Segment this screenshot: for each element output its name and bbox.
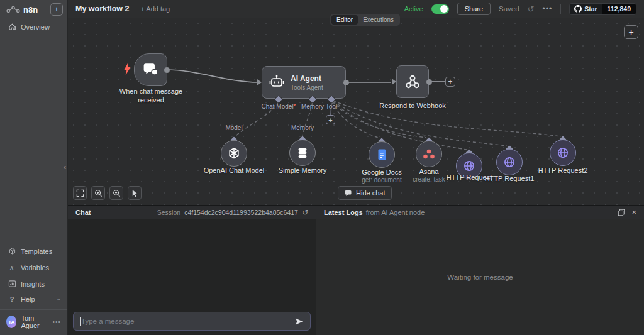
node-asana[interactable] xyxy=(416,141,442,167)
workflow-canvas[interactable]: When chat message received AI Agent Tool… xyxy=(68,18,644,205)
history-icon[interactable]: ↺ xyxy=(528,4,535,14)
sidebar-item-label: Insights xyxy=(21,280,45,288)
tidy-up-button[interactable] xyxy=(128,186,142,200)
github-icon xyxy=(574,5,582,13)
text-caret xyxy=(80,317,80,326)
saved-status: Saved xyxy=(499,5,519,13)
node-respond-to-webhook[interactable] xyxy=(396,65,429,98)
edge-label-model: Model xyxy=(215,124,253,131)
node-http-request1[interactable] xyxy=(496,149,523,175)
node-simple-memory[interactable] xyxy=(289,140,316,166)
active-toggle[interactable] xyxy=(431,4,449,14)
port-label-tool: Tool xyxy=(319,103,344,110)
top-bar-right: Active Share Saved ↺ ••• Star 112,849 xyxy=(404,3,636,15)
new-workflow-button[interactable]: + xyxy=(50,3,63,16)
session-id: c4f154dc2c904d11993522b4a85c6417 xyxy=(184,209,298,216)
refresh-session-icon[interactable]: ↺ xyxy=(302,208,308,217)
zoom-in-icon xyxy=(94,189,103,197)
share-button[interactable]: Share xyxy=(457,3,491,15)
star-label: Star xyxy=(584,5,597,13)
chat-pane: Chat Session c4f154dc2c904d11993522b4a85… xyxy=(68,206,316,335)
chat-bubble-icon xyxy=(345,190,352,197)
user-menu-dots-icon[interactable]: ••• xyxy=(52,319,61,326)
chat-trigger-icon xyxy=(143,62,159,77)
output-port[interactable] xyxy=(164,67,170,73)
node-google-docs[interactable] xyxy=(369,141,395,168)
tab-editor[interactable]: Editor xyxy=(331,15,358,25)
openai-icon xyxy=(227,146,241,160)
node-when-chat-message-received[interactable] xyxy=(134,53,167,86)
hide-chat-label: Hide chat xyxy=(356,189,385,197)
star-count: 112,849 xyxy=(602,4,636,14)
send-icon[interactable] xyxy=(294,317,304,326)
chat-header: Chat Session c4f154dc2c904d11993522b4a85… xyxy=(68,206,316,219)
logs-pane: Latest Logs from AI Agent node × Waiting… xyxy=(316,206,644,335)
add-tool-button[interactable]: + xyxy=(326,115,335,124)
node-label: When chat message received xyxy=(112,87,190,105)
logs-body: Waiting for message xyxy=(316,219,644,335)
output-port[interactable] xyxy=(343,80,349,85)
hide-chat-button[interactable]: Hide chat xyxy=(338,186,392,200)
github-star-button[interactable]: Star 112,849 xyxy=(569,3,636,15)
sidebar-item-label: Help xyxy=(21,295,35,303)
node-label: Respond to Webhook xyxy=(376,102,449,111)
zoom-out-icon xyxy=(113,189,121,197)
globe-icon xyxy=(502,155,516,169)
chat-messages-area xyxy=(68,219,316,307)
output-port[interactable] xyxy=(426,79,432,85)
sidebar-collapse-chevron[interactable]: ‹ xyxy=(64,162,66,172)
node-http-request2[interactable] xyxy=(550,140,576,166)
sidebar-item-help[interactable]: ? Help › xyxy=(0,292,67,307)
add-node-button[interactable]: + xyxy=(624,25,638,39)
divider xyxy=(560,4,561,14)
open-panel-icon[interactable] xyxy=(618,209,625,216)
user-row[interactable]: TA Tom Aguer ••• xyxy=(0,309,67,335)
chat-message-input[interactable] xyxy=(81,317,294,325)
node-label: HTTP Request2 xyxy=(525,167,601,175)
tab-executions[interactable]: Executions xyxy=(358,15,399,25)
logs-empty-state: Waiting for message xyxy=(447,273,513,281)
chart-icon xyxy=(8,280,16,288)
n8n-app: n8n + Overview ‹ Templates x xyxy=(0,0,644,335)
add-tag-button[interactable]: + Add tag xyxy=(140,5,170,13)
canvas-toolbar xyxy=(73,186,142,200)
node-ai-agent[interactable]: AI Agent Tools Agent xyxy=(262,66,346,99)
zoom-out-button[interactable] xyxy=(109,186,123,200)
package-icon xyxy=(8,247,16,255)
sidebar-item-insights[interactable]: Insights xyxy=(0,276,67,292)
toggle-knob xyxy=(440,5,448,13)
node-label: Simple Memory xyxy=(265,167,340,175)
chat-input-box[interactable] xyxy=(73,312,311,331)
sidebar-item-variables[interactable]: x Variables xyxy=(0,259,67,276)
view-tabs: Editor Executions xyxy=(330,14,400,26)
session-label: Session xyxy=(157,209,180,216)
globe-icon xyxy=(556,146,570,160)
user-name: Tom Aguer xyxy=(21,314,48,329)
node-label: HTTP Request1 xyxy=(472,175,547,184)
add-node-after-webhook[interactable]: + xyxy=(445,77,455,87)
workflow-title[interactable]: My workflow 2 xyxy=(75,4,129,13)
workflow-menu-dots-icon[interactable]: ••• xyxy=(543,4,553,13)
question-icon: ? xyxy=(8,295,16,303)
logs-subtitle: from AI Agent node xyxy=(366,209,425,216)
close-icon[interactable]: × xyxy=(631,208,636,216)
globe-icon xyxy=(462,159,476,173)
zoom-in-button[interactable] xyxy=(91,186,105,200)
google-docs-icon xyxy=(375,148,389,162)
chat-title: Chat xyxy=(75,209,91,216)
sidebar-item-label: Templates xyxy=(21,248,52,255)
database-icon xyxy=(296,146,309,160)
chevron-down-icon: › xyxy=(55,298,62,300)
sidebar-item-label: Variables xyxy=(21,264,49,272)
node-subtitle: Tools Agent xyxy=(291,84,323,91)
trigger-bolt-icon xyxy=(123,63,131,75)
active-label: Active xyxy=(404,5,423,13)
fit-view-button[interactable] xyxy=(73,186,87,200)
sidebar-item-label: Overview xyxy=(21,23,50,31)
chat-input-wrap xyxy=(68,307,316,335)
node-openai-chat-model[interactable] xyxy=(221,140,247,167)
sidebar-item-overview[interactable]: Overview xyxy=(0,19,67,35)
sidebar-item-templates[interactable]: Templates xyxy=(0,243,67,259)
asana-icon xyxy=(421,146,436,162)
logo-row: n8n + xyxy=(0,0,67,19)
